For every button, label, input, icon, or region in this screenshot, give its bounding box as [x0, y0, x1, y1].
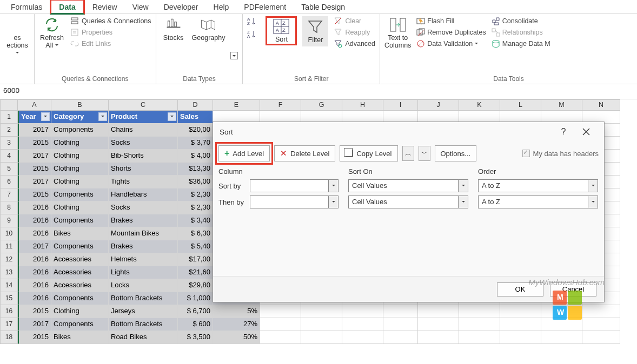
get-data-partial[interactable]: esections — [4, 16, 30, 57]
cell-category[interactable]: Components — [51, 124, 109, 137]
stocks-button[interactable]: Stocks — [161, 16, 187, 42]
options-button[interactable]: Options... — [435, 145, 477, 161]
cell-category[interactable]: Bikes — [51, 331, 109, 344]
row-header[interactable]: 8 — [0, 201, 18, 214]
cell[interactable] — [383, 318, 418, 331]
tab-data[interactable]: Data — [50, 0, 84, 15]
tab-review[interactable]: Review — [85, 1, 125, 13]
tab-pdfelement[interactable]: PDFelement — [236, 1, 294, 13]
geography-button[interactable]: Geography — [192, 16, 225, 42]
cell-sales[interactable]: $13,30 — [178, 163, 213, 176]
cell-sales[interactable]: $ 5,40 — [178, 240, 213, 253]
row-header[interactable]: 2 — [0, 124, 18, 137]
cell-year[interactable]: 2016 — [18, 227, 51, 240]
cell-year[interactable]: 2015 — [18, 188, 51, 201]
consolidate-button[interactable]: Consolidate — [492, 16, 550, 26]
delete-level-button[interactable]: ✕Delete Level — [274, 145, 335, 161]
tab-formulas[interactable]: Formulas — [3, 1, 50, 13]
row-header[interactable]: 9 — [0, 214, 18, 227]
row-header[interactable]: 5 — [0, 163, 18, 176]
cell-product[interactable]: Jerseys — [109, 305, 178, 318]
cell-year[interactable]: 2016 — [18, 292, 51, 305]
tab-help[interactable]: Help — [206, 1, 237, 13]
filter-button[interactable]: Filter — [302, 16, 328, 46]
dialog-help-button[interactable]: ? — [552, 123, 575, 140]
flash-fill-button[interactable]: Flash Fill — [416, 16, 486, 26]
sort-desc-button[interactable]: ZA — [247, 29, 258, 39]
col-header-B[interactable]: B — [51, 99, 109, 111]
header-product[interactable]: Product — [109, 111, 178, 124]
tab-table-design[interactable]: Table Design — [294, 1, 353, 13]
tab-view[interactable]: View — [125, 1, 156, 13]
cell-year[interactable]: 2017 — [18, 150, 51, 163]
row-header[interactable]: 18 — [0, 331, 18, 344]
cell-product[interactable]: Shorts — [109, 163, 178, 176]
cell-sales[interactable]: $ 3,40 — [178, 214, 213, 227]
sort-order-combo[interactable]: A to Z — [478, 196, 598, 208]
filter-dd-year[interactable] — [41, 112, 50, 121]
sort-order-combo[interactable]: A to Z — [478, 179, 598, 192]
cell-sales[interactable]: $ 2,30 — [178, 188, 213, 201]
cell-product[interactable]: Chains — [109, 124, 178, 137]
cell-year[interactable]: 2016 — [18, 201, 51, 214]
cell-product[interactable]: Bottom Brackets — [109, 292, 178, 305]
row-header[interactable]: 13 — [0, 266, 18, 279]
cell[interactable] — [260, 318, 301, 331]
cell-sales[interactable]: $ 1,000 — [178, 292, 213, 305]
cell[interactable] — [342, 331, 383, 344]
cell-sales[interactable]: $36,00 — [178, 176, 213, 188]
datatypes-expand-button[interactable] — [230, 52, 238, 59]
col-header-L[interactable]: L — [500, 99, 541, 111]
copy-level-button[interactable]: Copy Level — [340, 145, 397, 161]
row-header[interactable]: 17 — [0, 318, 18, 331]
cell-sales[interactable]: $ 3,70 — [178, 137, 213, 150]
cell-category[interactable]: Accessories — [51, 266, 109, 279]
cell[interactable] — [342, 318, 383, 331]
cell-category[interactable]: Bikes — [51, 227, 109, 240]
cell-category[interactable]: Clothing — [51, 137, 109, 150]
refresh-all-button[interactable]: RefreshAll — [39, 16, 65, 50]
cell-category[interactable]: Accessories — [51, 253, 109, 266]
select-all-corner[interactable] — [0, 99, 18, 111]
advanced-filter-button[interactable]: Advanced — [334, 39, 375, 49]
header-sales[interactable]: Sales — [178, 111, 213, 124]
queries-connections-button[interactable]: Queries & Connections — [70, 16, 151, 26]
cell[interactable] — [459, 318, 500, 331]
tab-developer[interactable]: Developer — [156, 1, 206, 13]
cell-pct[interactable]: 27% — [213, 318, 260, 331]
add-level-button[interactable]: +Add Level — [218, 145, 270, 161]
header-year[interactable]: Year — [18, 111, 51, 124]
cell-sales[interactable]: $ 2,30 — [178, 201, 213, 214]
cell[interactable] — [301, 305, 342, 318]
cell-product[interactable]: Bottom Brackets — [109, 318, 178, 331]
cell[interactable] — [500, 318, 541, 331]
move-up-button[interactable]: ︿ — [402, 146, 414, 161]
row-header[interactable]: 10 — [0, 227, 18, 240]
cell-year[interactable]: 2016 — [18, 253, 51, 266]
row-header[interactable]: 14 — [0, 279, 18, 292]
cell-year[interactable]: 2015 — [18, 331, 51, 344]
cell-year[interactable]: 2017 — [18, 318, 51, 331]
sort-on-combo[interactable]: Cell Values — [348, 179, 468, 192]
text-to-columns-button[interactable]: Text toColumns — [384, 16, 411, 50]
cell-pct[interactable]: 5% — [213, 305, 260, 318]
cell[interactable] — [418, 331, 459, 344]
col-header-E[interactable]: E — [213, 99, 260, 111]
col-header-I[interactable]: I — [383, 99, 418, 111]
cell-year[interactable]: 2017 — [18, 176, 51, 188]
col-header-A[interactable]: A — [18, 99, 51, 111]
cell[interactable] — [500, 331, 541, 344]
cell-sales[interactable]: $ 4,00 — [178, 150, 213, 163]
cell[interactable] — [383, 305, 418, 318]
cell-product[interactable]: Tights — [109, 176, 178, 188]
cell-sales[interactable]: $ 3,500 — [178, 331, 213, 344]
cell-year[interactable]: 2016 — [18, 279, 51, 292]
cell[interactable] — [582, 305, 620, 318]
formula-bar[interactable]: 6000 — [0, 84, 637, 99]
col-header-C[interactable]: C — [109, 99, 178, 111]
cell-product[interactable]: Socks — [109, 201, 178, 214]
cell-category[interactable]: Accessories — [51, 279, 109, 292]
cell[interactable] — [301, 318, 342, 331]
col-header-F[interactable]: F — [260, 99, 301, 111]
cell-category[interactable]: Clothing — [51, 163, 109, 176]
